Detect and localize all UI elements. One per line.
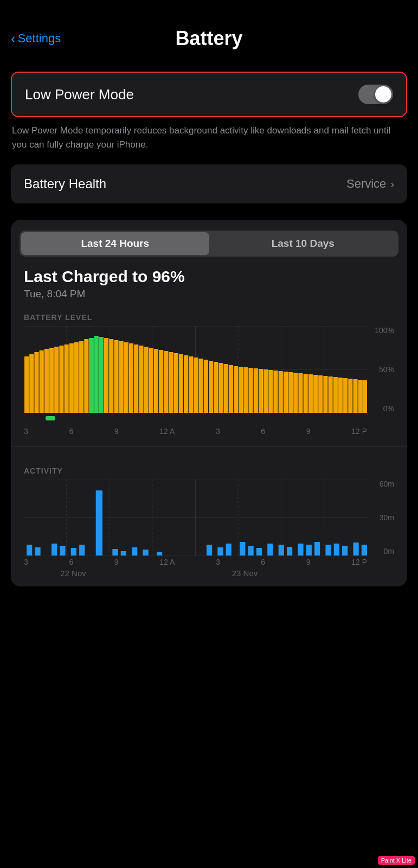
svg-rect-70 <box>318 375 323 413</box>
svg-rect-115 <box>334 544 339 556</box>
svg-rect-72 <box>329 376 333 413</box>
svg-rect-47 <box>204 360 208 413</box>
svg-rect-49 <box>214 362 218 413</box>
x-label-3am: 3 <box>24 427 28 436</box>
svg-rect-41 <box>174 353 178 413</box>
svg-rect-37 <box>154 349 158 413</box>
x-label-9pm: 9 <box>306 427 311 436</box>
svg-rect-93 <box>60 546 65 556</box>
svg-rect-79 <box>363 380 367 413</box>
svg-rect-11 <box>29 354 34 413</box>
svg-rect-56 <box>249 368 253 413</box>
svg-rect-66 <box>298 373 303 413</box>
svg-rect-35 <box>144 347 149 413</box>
act-x-label-3pm: 3 <box>216 558 220 566</box>
svg-rect-68 <box>308 374 313 413</box>
svg-rect-39 <box>164 351 168 413</box>
page-title: Battery <box>175 27 242 50</box>
back-button[interactable]: ‹ Settings <box>11 31 61 46</box>
y-label-0m: 0m <box>384 547 394 556</box>
svg-rect-92 <box>52 544 57 556</box>
page-header: ‹ Settings Battery <box>0 0 418 61</box>
svg-rect-90 <box>27 545 32 556</box>
act-x-label-12p: 12 P <box>351 558 367 566</box>
svg-rect-69 <box>313 375 318 413</box>
green-charging-indicator <box>46 416 55 420</box>
svg-rect-14 <box>44 349 49 413</box>
svg-rect-63 <box>284 372 288 413</box>
low-power-description: Low Power Mode temporarily reduces backg… <box>12 124 406 151</box>
svg-rect-52 <box>229 365 233 413</box>
activity-chart-svg <box>24 480 367 556</box>
svg-rect-97 <box>112 549 118 556</box>
svg-rect-105 <box>240 542 245 556</box>
svg-rect-114 <box>325 545 331 556</box>
act-x-label-3am: 3 <box>24 558 28 566</box>
svg-rect-21 <box>79 341 83 413</box>
svg-rect-58 <box>259 369 263 413</box>
svg-rect-28 <box>109 339 113 413</box>
activity-chart-wrapper: 60m 30m 0m <box>24 480 394 556</box>
x-label-6pm: 6 <box>261 427 265 436</box>
svg-rect-57 <box>254 368 258 413</box>
svg-rect-73 <box>333 377 338 413</box>
svg-rect-75 <box>343 378 348 413</box>
tab-last-10-days[interactable]: Last 10 Days <box>209 232 397 255</box>
svg-rect-44 <box>189 356 193 413</box>
svg-rect-22 <box>84 339 88 413</box>
svg-rect-46 <box>199 359 203 413</box>
svg-rect-38 <box>159 350 163 413</box>
act-x-label-6pm: 6 <box>261 558 265 566</box>
svg-rect-19 <box>69 343 74 413</box>
svg-rect-101 <box>157 552 162 556</box>
battery-health-label: Battery Health <box>24 176 106 192</box>
svg-rect-94 <box>71 548 76 556</box>
low-power-mode-label: Low Power Mode <box>25 86 134 103</box>
battery-health-section: Battery Health Service › <box>11 164 407 203</box>
low-power-mode-row[interactable]: Low Power Mode <box>11 72 407 117</box>
chart-divider <box>11 446 407 447</box>
x-label-12p: 12 P <box>351 427 367 436</box>
svg-rect-62 <box>279 371 283 413</box>
activity-label: ACTIVITY <box>24 467 394 475</box>
svg-rect-78 <box>358 380 363 413</box>
svg-rect-15 <box>49 348 54 413</box>
svg-rect-60 <box>268 370 273 413</box>
svg-rect-50 <box>218 363 223 413</box>
tab-last-24-hours[interactable]: Last 24 Hours <box>21 232 209 255</box>
svg-rect-54 <box>239 367 243 413</box>
date-label-22nov: 22 Nov <box>60 569 86 578</box>
battery-x-axis: 3 6 9 12 A 3 6 9 12 P <box>24 425 367 436</box>
svg-rect-45 <box>194 358 198 413</box>
x-label-9am: 9 <box>114 427 119 436</box>
svg-rect-76 <box>348 379 352 413</box>
svg-rect-74 <box>338 378 343 413</box>
battery-level-label: BATTERY LEVEL <box>24 313 394 322</box>
y-label-50: 50% <box>379 365 394 374</box>
svg-rect-116 <box>342 546 348 556</box>
svg-rect-102 <box>207 545 212 556</box>
act-x-label-12a: 12 A <box>159 558 175 566</box>
svg-rect-99 <box>132 547 137 556</box>
svg-rect-109 <box>279 545 284 556</box>
date-label-23nov: 23 Nov <box>232 569 258 578</box>
y-label-30m: 30m <box>380 513 394 522</box>
battery-health-right: Service › <box>346 177 394 191</box>
activity-chart-container: ACTIVITY <box>11 458 407 586</box>
svg-rect-61 <box>273 371 278 413</box>
svg-rect-64 <box>288 372 293 413</box>
svg-rect-17 <box>59 346 63 413</box>
svg-rect-111 <box>298 544 303 556</box>
svg-rect-113 <box>314 542 320 556</box>
svg-rect-55 <box>243 367 248 413</box>
svg-rect-27 <box>104 338 108 413</box>
battery-health-row[interactable]: Battery Health Service › <box>11 164 407 203</box>
svg-rect-13 <box>40 350 44 413</box>
svg-rect-36 <box>149 348 153 413</box>
low-power-mode-toggle[interactable] <box>358 85 393 104</box>
svg-rect-16 <box>54 347 59 413</box>
charge-title: Last Charged to 96% <box>24 267 394 286</box>
battery-chart-wrapper: 100% 50% 0% <box>24 326 394 413</box>
y-label-100: 100% <box>375 326 394 335</box>
svg-rect-118 <box>362 545 367 556</box>
